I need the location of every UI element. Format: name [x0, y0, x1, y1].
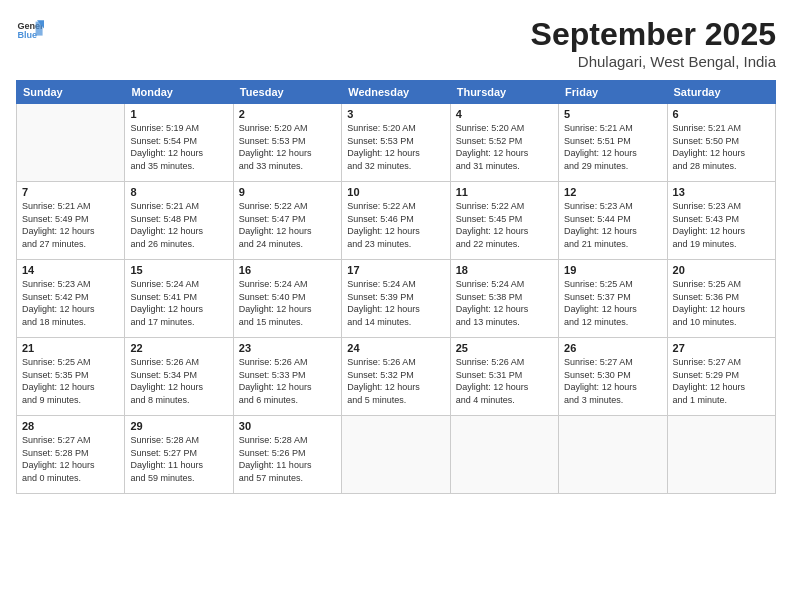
calendar-cell: 30Sunrise: 5:28 AM Sunset: 5:26 PM Dayli…	[233, 416, 341, 494]
day-number: 26	[564, 342, 661, 354]
day-number: 28	[22, 420, 119, 432]
calendar-cell: 12Sunrise: 5:23 AM Sunset: 5:44 PM Dayli…	[559, 182, 667, 260]
day-info: Sunrise: 5:27 AM Sunset: 5:30 PM Dayligh…	[564, 356, 661, 406]
day-number: 24	[347, 342, 444, 354]
day-info: Sunrise: 5:24 AM Sunset: 5:39 PM Dayligh…	[347, 278, 444, 328]
day-number: 3	[347, 108, 444, 120]
calendar-cell	[450, 416, 558, 494]
day-info: Sunrise: 5:23 AM Sunset: 5:43 PM Dayligh…	[673, 200, 770, 250]
calendar-body: 1Sunrise: 5:19 AM Sunset: 5:54 PM Daylig…	[17, 104, 776, 494]
calendar-cell: 13Sunrise: 5:23 AM Sunset: 5:43 PM Dayli…	[667, 182, 775, 260]
day-number: 27	[673, 342, 770, 354]
day-number: 29	[130, 420, 227, 432]
weekday-header-row: SundayMondayTuesdayWednesdayThursdayFrid…	[17, 81, 776, 104]
calendar-cell: 20Sunrise: 5:25 AM Sunset: 5:36 PM Dayli…	[667, 260, 775, 338]
day-info: Sunrise: 5:21 AM Sunset: 5:51 PM Dayligh…	[564, 122, 661, 172]
week-row-1: 1Sunrise: 5:19 AM Sunset: 5:54 PM Daylig…	[17, 104, 776, 182]
calendar-cell: 24Sunrise: 5:26 AM Sunset: 5:32 PM Dayli…	[342, 338, 450, 416]
calendar-cell: 18Sunrise: 5:24 AM Sunset: 5:38 PM Dayli…	[450, 260, 558, 338]
calendar-cell: 28Sunrise: 5:27 AM Sunset: 5:28 PM Dayli…	[17, 416, 125, 494]
calendar-cell: 15Sunrise: 5:24 AM Sunset: 5:41 PM Dayli…	[125, 260, 233, 338]
logo: General Blue	[16, 16, 44, 44]
calendar-cell	[17, 104, 125, 182]
day-info: Sunrise: 5:21 AM Sunset: 5:48 PM Dayligh…	[130, 200, 227, 250]
day-number: 23	[239, 342, 336, 354]
calendar-cell: 5Sunrise: 5:21 AM Sunset: 5:51 PM Daylig…	[559, 104, 667, 182]
title-block: September 2025 Dhulagari, West Bengal, I…	[531, 16, 776, 70]
calendar-cell: 3Sunrise: 5:20 AM Sunset: 5:53 PM Daylig…	[342, 104, 450, 182]
weekday-header-saturday: Saturday	[667, 81, 775, 104]
weekday-header-friday: Friday	[559, 81, 667, 104]
day-info: Sunrise: 5:28 AM Sunset: 5:27 PM Dayligh…	[130, 434, 227, 484]
calendar-cell: 23Sunrise: 5:26 AM Sunset: 5:33 PM Dayli…	[233, 338, 341, 416]
day-number: 12	[564, 186, 661, 198]
calendar-cell: 17Sunrise: 5:24 AM Sunset: 5:39 PM Dayli…	[342, 260, 450, 338]
day-number: 19	[564, 264, 661, 276]
day-info: Sunrise: 5:26 AM Sunset: 5:34 PM Dayligh…	[130, 356, 227, 406]
calendar-cell: 19Sunrise: 5:25 AM Sunset: 5:37 PM Dayli…	[559, 260, 667, 338]
weekday-header-thursday: Thursday	[450, 81, 558, 104]
day-info: Sunrise: 5:26 AM Sunset: 5:32 PM Dayligh…	[347, 356, 444, 406]
day-info: Sunrise: 5:27 AM Sunset: 5:28 PM Dayligh…	[22, 434, 119, 484]
day-info: Sunrise: 5:25 AM Sunset: 5:36 PM Dayligh…	[673, 278, 770, 328]
day-number: 22	[130, 342, 227, 354]
day-info: Sunrise: 5:26 AM Sunset: 5:31 PM Dayligh…	[456, 356, 553, 406]
calendar-cell: 29Sunrise: 5:28 AM Sunset: 5:27 PM Dayli…	[125, 416, 233, 494]
day-number: 13	[673, 186, 770, 198]
day-info: Sunrise: 5:23 AM Sunset: 5:42 PM Dayligh…	[22, 278, 119, 328]
day-info: Sunrise: 5:23 AM Sunset: 5:44 PM Dayligh…	[564, 200, 661, 250]
calendar-cell: 25Sunrise: 5:26 AM Sunset: 5:31 PM Dayli…	[450, 338, 558, 416]
day-info: Sunrise: 5:24 AM Sunset: 5:38 PM Dayligh…	[456, 278, 553, 328]
day-info: Sunrise: 5:22 AM Sunset: 5:45 PM Dayligh…	[456, 200, 553, 250]
calendar-cell: 6Sunrise: 5:21 AM Sunset: 5:50 PM Daylig…	[667, 104, 775, 182]
calendar-cell: 7Sunrise: 5:21 AM Sunset: 5:49 PM Daylig…	[17, 182, 125, 260]
day-info: Sunrise: 5:25 AM Sunset: 5:35 PM Dayligh…	[22, 356, 119, 406]
calendar-cell: 2Sunrise: 5:20 AM Sunset: 5:53 PM Daylig…	[233, 104, 341, 182]
day-info: Sunrise: 5:20 AM Sunset: 5:52 PM Dayligh…	[456, 122, 553, 172]
day-info: Sunrise: 5:19 AM Sunset: 5:54 PM Dayligh…	[130, 122, 227, 172]
calendar-cell: 26Sunrise: 5:27 AM Sunset: 5:30 PM Dayli…	[559, 338, 667, 416]
day-info: Sunrise: 5:21 AM Sunset: 5:50 PM Dayligh…	[673, 122, 770, 172]
day-number: 15	[130, 264, 227, 276]
day-info: Sunrise: 5:20 AM Sunset: 5:53 PM Dayligh…	[347, 122, 444, 172]
weekday-header-tuesday: Tuesday	[233, 81, 341, 104]
day-info: Sunrise: 5:28 AM Sunset: 5:26 PM Dayligh…	[239, 434, 336, 484]
calendar-cell: 27Sunrise: 5:27 AM Sunset: 5:29 PM Dayli…	[667, 338, 775, 416]
day-number: 18	[456, 264, 553, 276]
header: General Blue September 2025 Dhulagari, W…	[16, 16, 776, 70]
weekday-header-sunday: Sunday	[17, 81, 125, 104]
day-info: Sunrise: 5:26 AM Sunset: 5:33 PM Dayligh…	[239, 356, 336, 406]
calendar-cell	[667, 416, 775, 494]
day-number: 8	[130, 186, 227, 198]
location-title: Dhulagari, West Bengal, India	[531, 53, 776, 70]
calendar-cell: 10Sunrise: 5:22 AM Sunset: 5:46 PM Dayli…	[342, 182, 450, 260]
weekday-header-monday: Monday	[125, 81, 233, 104]
day-number: 21	[22, 342, 119, 354]
day-number: 4	[456, 108, 553, 120]
day-number: 2	[239, 108, 336, 120]
calendar-cell: 1Sunrise: 5:19 AM Sunset: 5:54 PM Daylig…	[125, 104, 233, 182]
logo-icon: General Blue	[16, 16, 44, 44]
day-info: Sunrise: 5:21 AM Sunset: 5:49 PM Dayligh…	[22, 200, 119, 250]
day-number: 10	[347, 186, 444, 198]
day-info: Sunrise: 5:24 AM Sunset: 5:40 PM Dayligh…	[239, 278, 336, 328]
day-number: 5	[564, 108, 661, 120]
calendar-cell: 21Sunrise: 5:25 AM Sunset: 5:35 PM Dayli…	[17, 338, 125, 416]
day-info: Sunrise: 5:22 AM Sunset: 5:46 PM Dayligh…	[347, 200, 444, 250]
day-number: 20	[673, 264, 770, 276]
day-number: 14	[22, 264, 119, 276]
day-info: Sunrise: 5:22 AM Sunset: 5:47 PM Dayligh…	[239, 200, 336, 250]
day-number: 1	[130, 108, 227, 120]
calendar-cell: 16Sunrise: 5:24 AM Sunset: 5:40 PM Dayli…	[233, 260, 341, 338]
day-number: 9	[239, 186, 336, 198]
calendar-cell: 14Sunrise: 5:23 AM Sunset: 5:42 PM Dayli…	[17, 260, 125, 338]
week-row-3: 14Sunrise: 5:23 AM Sunset: 5:42 PM Dayli…	[17, 260, 776, 338]
calendar-cell: 22Sunrise: 5:26 AM Sunset: 5:34 PM Dayli…	[125, 338, 233, 416]
day-number: 11	[456, 186, 553, 198]
svg-text:Blue: Blue	[17, 30, 37, 40]
day-number: 17	[347, 264, 444, 276]
calendar-cell: 8Sunrise: 5:21 AM Sunset: 5:48 PM Daylig…	[125, 182, 233, 260]
month-title: September 2025	[531, 16, 776, 53]
day-number: 16	[239, 264, 336, 276]
calendar-cell	[559, 416, 667, 494]
